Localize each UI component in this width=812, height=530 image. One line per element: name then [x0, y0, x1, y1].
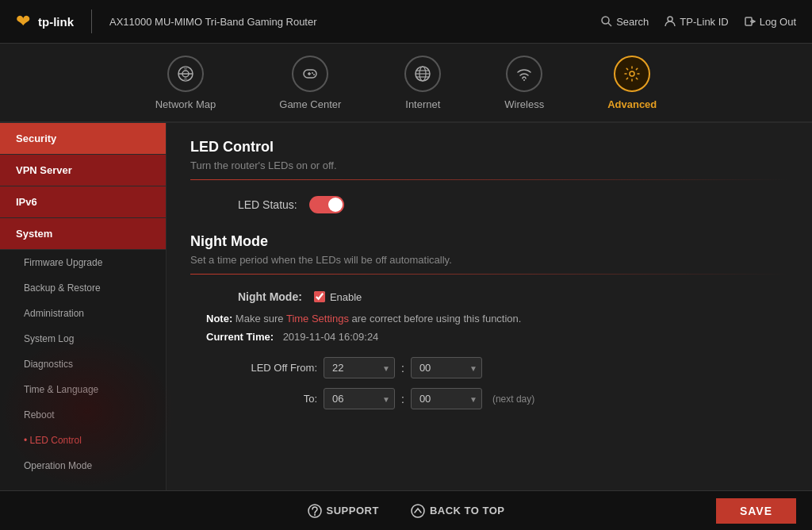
body-layout: Security VPN Server IPv6 System Firmware… — [0, 123, 812, 490]
sidebar-sub-time-language[interactable]: Time & Language — [0, 377, 166, 402]
svg-point-13 — [312, 72, 313, 74]
night-section-divider — [190, 274, 788, 275]
back-to-top-icon — [411, 504, 425, 518]
night-mode-enable[interactable]: Enable — [314, 291, 362, 303]
night-mode-section: Night Mode Set a time period when the LE… — [190, 233, 788, 409]
sidebar-sub-led-control[interactable]: LED Control — [0, 428, 166, 453]
nav-tabs: Network Map Game Center Internet Wireles… — [0, 44, 812, 123]
current-time-label: Current Time: — [206, 331, 274, 343]
from-hour-wrapper: 22 00010203 04050607 08091011 12131415 1… — [324, 357, 395, 378]
svg-point-2 — [668, 17, 672, 21]
user-icon — [665, 16, 676, 27]
led-section-divider — [190, 179, 788, 180]
svg-point-24 — [412, 505, 424, 517]
night-mode-title: Night Mode — [190, 233, 788, 250]
network-map-icon — [167, 56, 204, 92]
tab-advanced[interactable]: Advanced — [607, 56, 657, 110]
night-mode-row: Night Mode: Enable — [238, 290, 788, 303]
header-divider — [91, 10, 92, 33]
night-mode-label: Night Mode: — [238, 290, 302, 303]
enable-label: Enable — [330, 291, 362, 303]
sidebar-item-security[interactable]: Security — [0, 123, 166, 155]
advanced-icon — [614, 56, 650, 92]
led-off-to-label: To: — [238, 393, 317, 405]
brand-name: tp-link — [38, 15, 74, 29]
led-status-label: LED Status: — [238, 198, 297, 211]
sidebar-sub-admin[interactable]: Administration — [0, 301, 166, 326]
note-row: Note: Make sure Time Settings are correc… — [206, 313, 788, 325]
led-off-from-row: LED Off From: 22 00010203 04050607 08091… — [238, 357, 788, 378]
to-min-select[interactable]: 00 153045 — [411, 388, 482, 409]
time-settings-link[interactable]: Time Settings — [286, 313, 349, 325]
led-toggle[interactable] — [309, 196, 344, 213]
from-hour-select[interactable]: 22 00010203 04050607 08091011 12131415 1… — [324, 357, 395, 378]
svg-point-0 — [602, 17, 609, 24]
save-button[interactable]: SAVE — [716, 498, 796, 524]
next-day-label: (next day) — [492, 394, 534, 405]
logout-icon — [745, 16, 756, 27]
led-control-section: LED Control Turn the router's LEDs on or… — [190, 139, 788, 213]
svg-point-14 — [313, 74, 315, 75]
support-icon — [308, 504, 322, 518]
internet-icon — [404, 56, 441, 92]
note-text: Make sure — [236, 313, 286, 325]
tab-internet-label: Internet — [405, 98, 440, 110]
tab-game-center-label: Game Center — [279, 98, 341, 110]
svg-point-8 — [184, 67, 187, 70]
sidebar-sub-syslog[interactable]: System Log — [0, 326, 166, 351]
tp-link-logo-icon: ❤ — [16, 11, 30, 32]
svg-line-1 — [608, 23, 611, 26]
svg-point-23 — [314, 514, 316, 516]
night-mode-desc: Set a time period when the LEDs will be … — [190, 254, 788, 266]
colon-sep-1: : — [401, 362, 404, 374]
tab-network-map[interactable]: Network Map — [155, 56, 216, 110]
tab-advanced-label: Advanced — [607, 98, 657, 110]
tab-game-center[interactable]: Game Center — [279, 56, 341, 110]
svg-point-21 — [630, 71, 634, 76]
game-center-icon — [292, 56, 328, 92]
tplink-id-button[interactable]: TP-Link ID — [665, 16, 728, 28]
tab-wireless[interactable]: Wireless — [504, 56, 544, 110]
header: ❤ tp-link AX11000 MU-MIMO Tri-Band Gamin… — [0, 0, 812, 44]
note-suffix: are correct before using this function. — [352, 313, 522, 325]
logout-button[interactable]: Log Out — [745, 16, 796, 28]
logo-area: ❤ tp-link AX11000 MU-MIMO Tri-Band Gamin… — [16, 10, 317, 33]
support-button[interactable]: SUPPORT — [308, 504, 379, 518]
footer: SUPPORT BACK TO TOP SAVE — [0, 490, 812, 530]
night-mode-checkbox[interactable] — [314, 291, 325, 302]
sidebar-sub-operation-mode[interactable]: Operation Mode — [0, 453, 166, 478]
tab-wireless-label: Wireless — [504, 98, 544, 110]
main-content: LED Control Turn the router's LEDs on or… — [167, 123, 812, 490]
sidebar-sub-backup[interactable]: Backup & Restore — [0, 275, 166, 301]
sidebar-item-ipv6[interactable]: IPv6 — [0, 186, 166, 218]
wireless-icon — [506, 56, 542, 92]
sidebar-sub-reboot[interactable]: Reboot — [0, 402, 166, 428]
toggle-thumb — [328, 198, 343, 212]
to-min-wrapper: 00 153045 — [411, 388, 482, 409]
led-off-from-label: LED Off From: — [238, 362, 317, 374]
router-title: AX11000 MU-MIMO Tri-Band Gaming Router — [109, 16, 317, 28]
to-hour-wrapper: 06 00010203 04050708 09101112 13141516 1… — [324, 388, 395, 409]
svg-point-20 — [523, 79, 525, 81]
search-button[interactable]: Search — [601, 16, 649, 28]
led-status-row: LED Status: — [238, 196, 788, 213]
colon-sep-2: : — [401, 393, 404, 405]
from-min-wrapper: 00 153045 — [411, 357, 482, 378]
sidebar-item-system[interactable]: System — [0, 218, 166, 250]
svg-point-9 — [184, 78, 187, 81]
sidebar-sub-firmware[interactable]: Firmware Upgrade — [0, 250, 166, 275]
sidebar-sub-diagnostics[interactable]: Diagnostics — [0, 351, 166, 377]
back-to-top-button[interactable]: BACK TO TOP — [411, 504, 505, 518]
current-time-value: 2019-11-04 16:09:24 — [283, 331, 379, 343]
led-control-desc: Turn the router's LEDs on or off. — [190, 159, 788, 171]
sidebar: Security VPN Server IPv6 System Firmware… — [0, 123, 167, 490]
current-time-row: Current Time: 2019-11-04 16:09:24 — [206, 331, 788, 343]
led-off-to-row: To: 06 00010203 04050708 09101112 131415… — [238, 388, 788, 409]
header-actions: Search TP-Link ID Log Out — [601, 16, 796, 28]
sidebar-item-vpn-server[interactable]: VPN Server — [0, 155, 166, 186]
search-icon — [601, 16, 612, 27]
tab-internet[interactable]: Internet — [404, 56, 441, 110]
tab-network-map-label: Network Map — [155, 98, 216, 110]
to-hour-select[interactable]: 06 00010203 04050708 09101112 13141516 1… — [324, 388, 395, 409]
from-min-select[interactable]: 00 153045 — [411, 357, 482, 378]
